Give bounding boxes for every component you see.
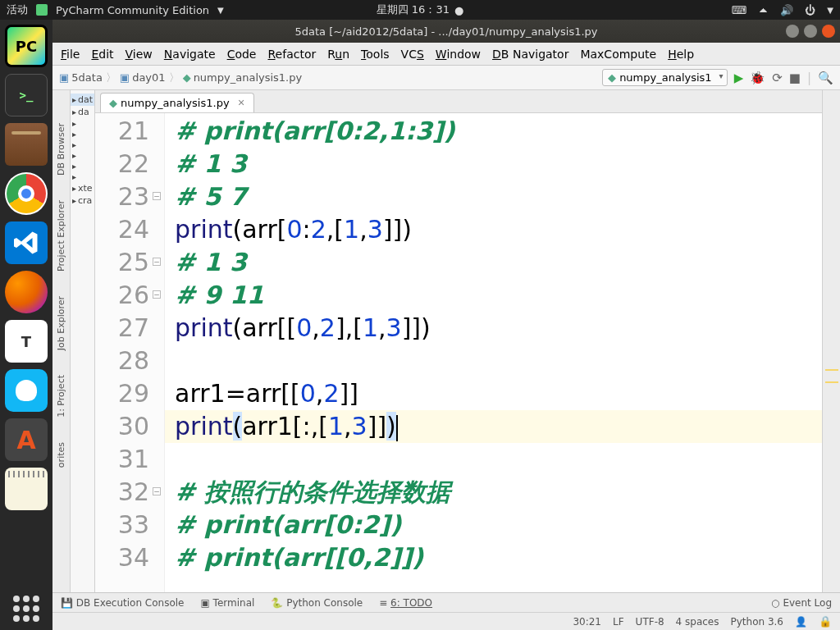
crumb-project[interactable]: ▣ 5data <box>59 71 103 84</box>
dock-files[interactable] <box>5 123 48 166</box>
menu-navigate[interactable]: Navigate <box>164 48 216 61</box>
project-tree[interactable]: ▸dat▸da▸▸▸▸▸▸▸xte▸cra <box>71 90 95 592</box>
window-title: 5data [~/aid2012/5data] - .../day01/nump… <box>294 25 597 38</box>
python-file-icon: ◆ <box>608 71 616 84</box>
python-file-icon: ◆ <box>109 97 117 109</box>
menu-edit[interactable]: Edit <box>91 48 113 61</box>
bottom-toolbar: 💾 DB Execution Console ▣ Terminal 🐍 Pyth… <box>52 592 840 612</box>
run-config-select[interactable]: ◆ numpy_analysis1 <box>602 69 728 86</box>
tool-job-explorer[interactable]: Job Explorer <box>56 296 66 350</box>
activity-label[interactable]: 活动 <box>7 2 28 17</box>
menu-run[interactable]: Run <box>327 48 349 61</box>
menu-code[interactable]: Code <box>227 48 257 61</box>
tool-db-console[interactable]: 💾 DB Execution Console <box>61 597 184 609</box>
app-menu-chevron-icon[interactable]: ▼ <box>217 6 224 15</box>
dock-chrome[interactable] <box>5 172 48 215</box>
statusbar: 30:21 LF UTF-8 4 spaces Python 3.6 👤 🔒 <box>52 612 840 630</box>
menu-help[interactable]: Help <box>668 48 694 61</box>
dock-show-apps[interactable] <box>0 596 52 622</box>
menu-refactor[interactable]: Refactor <box>267 48 316 61</box>
tool-python-console[interactable]: 🐍 Python Console <box>271 597 363 609</box>
crumb-file[interactable]: ◆ numpy_analysis1.py <box>183 71 303 84</box>
window-close-icon[interactable] <box>822 25 835 38</box>
tool-db-browser[interactable]: DB Browser <box>56 123 66 176</box>
dock-texteditor[interactable]: T <box>5 320 48 363</box>
menu-file[interactable]: File <box>61 48 80 61</box>
breadcrumb: ▣ 5data 〉 ▣ day01 〉 ◆ numpy_analysis1.py <box>59 71 302 85</box>
tool-terminal[interactable]: ▣ Terminal <box>200 597 254 609</box>
menubar: File Edit View Navigate Code Refactor Ru… <box>52 43 840 66</box>
power-icon[interactable]: ⏻ <box>805 4 815 16</box>
dock-pycharm[interactable]: PC <box>5 25 48 67</box>
cursor-position[interactable]: 30:21 <box>573 616 601 628</box>
pycharm-indicator-icon <box>36 4 48 16</box>
menu-dbnav[interactable]: DB Navigator <box>492 48 568 61</box>
topbar-app[interactable]: PyCharm Community Edition <box>56 4 209 16</box>
run-coverage-icon[interactable]: ⟳ <box>772 71 783 85</box>
python-file-icon: ◆ <box>183 71 191 84</box>
dock-qq[interactable] <box>5 369 48 412</box>
notification-dot-icon: ● <box>454 4 463 16</box>
inspections-icon[interactable]: 👤 <box>795 616 807 628</box>
window-minimize-icon[interactable] <box>786 25 799 38</box>
python-interpreter[interactable]: Python 3.6 <box>731 616 784 628</box>
dock-software[interactable]: A <box>5 418 48 461</box>
left-tool-strip: DB Browser Project Explorer Job Explorer… <box>52 90 71 592</box>
search-icon[interactable]: 🔍 <box>818 71 833 85</box>
tool-project-explorer[interactable]: Project Explorer <box>56 200 66 272</box>
debug-button-icon[interactable]: 🐞 <box>750 71 765 85</box>
run-button-icon[interactable]: ▶ <box>734 71 744 85</box>
tool-todo[interactable]: ≡ 6: TODO <box>379 597 432 609</box>
os-topbar: 活动 PyCharm Community Edition ▼ 星期四 16：31… <box>0 0 840 20</box>
right-tool-strip <box>822 90 840 592</box>
tool-project[interactable]: 1: Project <box>56 375 66 418</box>
dock-terminal[interactable]: >_ <box>5 74 48 116</box>
gutter: 212223−2425−26−272829303132−3334 <box>95 113 165 592</box>
line-separator[interactable]: LF <box>613 616 624 628</box>
clock[interactable]: 星期四 16：31 <box>377 2 450 17</box>
input-method-icon[interactable]: ⌨ <box>732 4 747 16</box>
tool-favorites[interactable]: orites <box>56 442 66 468</box>
folder-icon: ▣ <box>59 71 69 84</box>
network-icon[interactable]: ⏶ <box>758 4 769 16</box>
file-encoding[interactable]: UTF-8 <box>636 616 664 628</box>
menu-window[interactable]: Window <box>436 48 481 61</box>
ubuntu-dock: PC >_ T A <box>0 20 52 630</box>
editor: ◆ numpy_analysis1.py ✕ 212223−2425−26−27… <box>95 90 822 592</box>
menu-vcs[interactable]: VCS <box>401 48 424 61</box>
dock-firefox[interactable] <box>5 271 48 313</box>
system-menu-chevron-icon[interactable]: ▼ <box>827 6 833 15</box>
close-tab-icon[interactable]: ✕ <box>238 98 245 108</box>
window-maximize-icon[interactable] <box>804 25 817 38</box>
crumb-folder[interactable]: ▣ day01 <box>120 71 166 84</box>
volume-icon[interactable]: 🔊 <box>780 4 793 16</box>
dock-vscode[interactable] <box>5 221 48 264</box>
dock-notes[interactable] <box>5 468 48 510</box>
folder-icon: ▣ <box>120 71 130 84</box>
readonly-lock-icon[interactable]: 🔒 <box>819 615 832 628</box>
window-titlebar[interactable]: 5data [~/aid2012/5data] - .../day01/nump… <box>52 20 840 43</box>
tool-event-log[interactable]: ○ Event Log <box>771 597 832 609</box>
editor-tabbar: ◆ numpy_analysis1.py ✕ <box>95 90 822 113</box>
menu-view[interactable]: View <box>126 48 153 61</box>
main-area: DB Browser Project Explorer Job Explorer… <box>52 90 840 592</box>
nav-toolbar: ▣ 5data 〉 ▣ day01 〉 ◆ numpy_analysis1.py… <box>52 66 840 90</box>
code[interactable]: # print(arr[0:2,1:3])# 1 3# 5 7print(arr… <box>165 113 822 592</box>
menu-tools[interactable]: Tools <box>361 48 390 61</box>
menu-maxcompute[interactable]: MaxCompute <box>580 48 656 61</box>
pycharm-window: 5data [~/aid2012/5data] - .../day01/nump… <box>52 20 840 630</box>
code-area[interactable]: 212223−2425−26−272829303132−3334 # print… <box>95 113 822 592</box>
editor-tab[interactable]: ◆ numpy_analysis1.py ✕ <box>100 93 254 112</box>
indent-setting[interactable]: 4 spaces <box>676 616 719 628</box>
stop-button-icon[interactable]: ■ <box>789 71 801 85</box>
